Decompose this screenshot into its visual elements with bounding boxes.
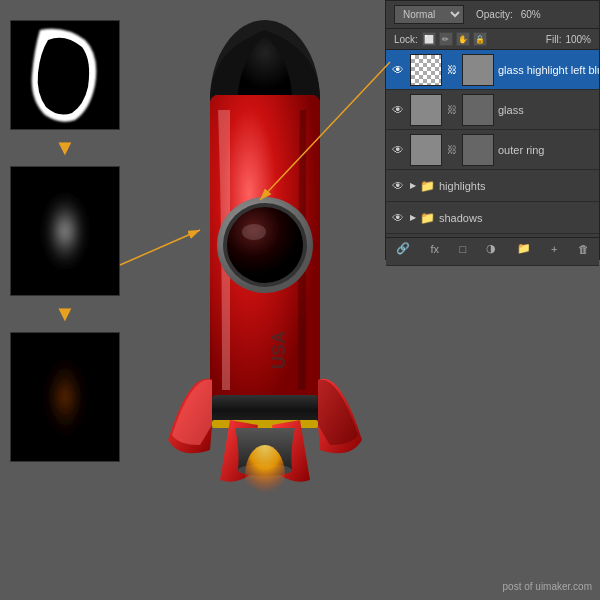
folder-row-0[interactable]: 👁 ▶ 📁 highlights	[386, 170, 599, 202]
ps-adj-btn[interactable]: ◑	[486, 242, 496, 255]
layer-thumb-0	[410, 54, 442, 86]
folder-eye-0[interactable]: 👁	[390, 178, 406, 194]
left-panels: ▼ ▼	[10, 20, 120, 462]
svg-point-7	[242, 224, 266, 240]
fill-label: Fill:	[546, 34, 562, 45]
rocket-svg: USA	[150, 20, 380, 590]
blur-shape-svg	[20, 171, 110, 291]
lock-icon-1[interactable]: ⬜	[422, 32, 436, 46]
svg-rect-9	[212, 420, 318, 428]
opacity-value: 60%	[521, 9, 541, 20]
dark-blur-svg	[20, 337, 110, 457]
layer-eye-0[interactable]: 👁	[390, 62, 406, 78]
bot-panel	[10, 332, 120, 462]
folder-icon-0: 📁	[420, 179, 435, 193]
layer-chain-1: ⛓	[446, 104, 458, 116]
ps-trash-btn[interactable]: 🗑	[578, 243, 589, 255]
layer-row-0[interactable]: 👁 ⛓ glass highlight left blur 60	[386, 50, 599, 90]
svg-point-0	[43, 189, 87, 273]
layer-thumb-2	[410, 134, 442, 166]
white-shape-svg	[20, 25, 110, 125]
lock-icons: ⬜ ✏ ✋ 🔒	[422, 32, 542, 46]
svg-point-1	[43, 349, 87, 445]
folder-row-1[interactable]: 👁 ▶ 📁 shadows	[386, 202, 599, 234]
folder-triangle-0: ▶	[410, 181, 416, 190]
folder-icon-1: 📁	[420, 211, 435, 225]
lock-icon-3[interactable]: ✋	[456, 32, 470, 46]
layer-eye-1[interactable]: 👁	[390, 102, 406, 118]
layer-eye-2[interactable]: 👁	[390, 142, 406, 158]
folder-triangle-1: ▶	[410, 213, 416, 222]
layer-row-1[interactable]: 👁 ⛓ glass	[386, 90, 599, 130]
svg-text:USA: USA	[269, 331, 289, 369]
layer-mask-1	[462, 94, 494, 126]
ps-layers: 👁 ⛓ glass highlight left blur 60 👁 ⛓ gla…	[386, 50, 599, 266]
folder-eye-1[interactable]: 👁	[390, 210, 406, 226]
layer-row-2[interactable]: 👁 ⛓ outer ring	[386, 130, 599, 170]
lock-label: Lock:	[394, 34, 418, 45]
opacity-label: Opacity:	[476, 9, 513, 20]
arrow-1: ▼	[10, 138, 120, 158]
folder-name-0: highlights	[439, 180, 485, 192]
ps-mask-btn[interactable]: □	[459, 243, 466, 255]
layer-mask-0	[462, 54, 494, 86]
fill-value: 100%	[565, 34, 591, 45]
ps-lock-row: Lock: ⬜ ✏ ✋ 🔒 Fill: 100%	[386, 29, 599, 50]
layer-chain-2: ⛓	[446, 144, 458, 156]
ps-toolbar: 🔗 fx □ ◑ 📁 + 🗑	[386, 237, 599, 259]
watermark: post of uimaker.com	[503, 581, 592, 592]
blend-mode-select[interactable]: Normal	[394, 5, 464, 24]
folder-name-1: shadows	[439, 212, 482, 224]
arrow-2: ▼	[10, 304, 120, 324]
svg-point-12	[245, 445, 285, 505]
layer-name-2: outer ring	[498, 144, 595, 156]
svg-point-6	[227, 207, 303, 283]
layer-mask-2	[462, 134, 494, 166]
lock-icon-2[interactable]: ✏	[439, 32, 453, 46]
layer-thumb-1	[410, 94, 442, 126]
ps-new-btn[interactable]: +	[551, 243, 557, 255]
layer-name-0: glass highlight left blur	[498, 64, 599, 76]
ps-panel: Normal Opacity: 60% Lock: ⬜ ✏ ✋ 🔒 Fill: …	[385, 0, 600, 260]
layer-name-1: glass	[498, 104, 595, 116]
top-panel	[10, 20, 120, 130]
lock-icon-4[interactable]: 🔒	[473, 32, 487, 46]
ps-folder-btn[interactable]: 📁	[517, 242, 531, 255]
ps-fx-btn[interactable]: fx	[430, 243, 439, 255]
ps-header: Normal Opacity: 60%	[386, 1, 599, 29]
layer-chain-0: ⛓	[446, 64, 458, 76]
mid-panel	[10, 166, 120, 296]
rocket-container: USA	[150, 20, 380, 590]
ps-link-btn[interactable]: 🔗	[396, 242, 410, 255]
